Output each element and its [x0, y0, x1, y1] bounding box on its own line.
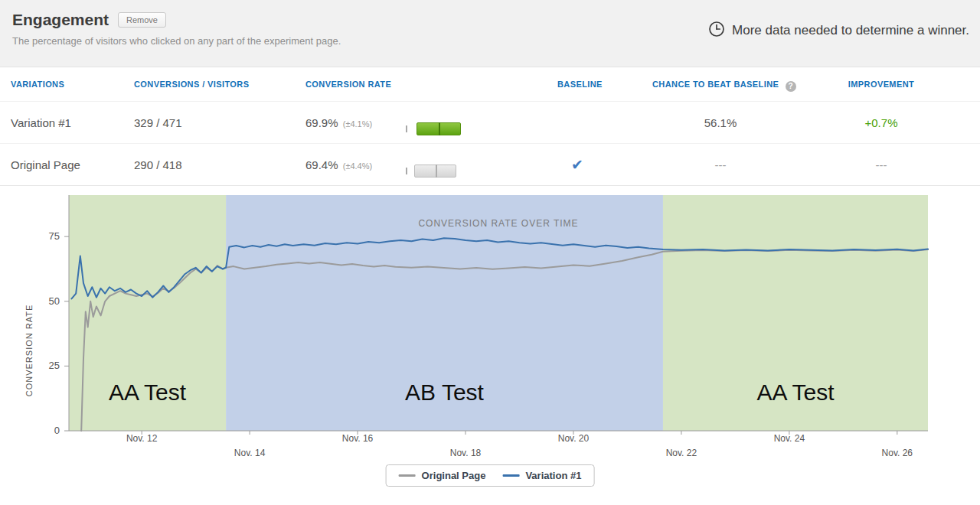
svg-text:AB Test: AB Test [405, 380, 484, 405]
original-page-line-swatch [399, 474, 416, 477]
variation-name: Original Page [11, 158, 80, 171]
column-header-chance-label: CHANCE TO BEAT BASELINE [652, 80, 779, 89]
baseline-check-icon: ✔ [571, 157, 583, 173]
rate-value: 69.9% [305, 116, 338, 129]
svg-text:Nov. 26: Nov. 26 [882, 448, 913, 458]
svg-text:75: 75 [49, 230, 60, 242]
svg-text:AA Test: AA Test [109, 380, 187, 405]
svg-text:Nov. 14: Nov. 14 [234, 448, 266, 458]
svg-text:Nov. 18: Nov. 18 [450, 448, 482, 458]
results-table: VARIATIONS CONVERSIONS / VISITORS CONVER… [0, 67, 980, 186]
svg-text:0: 0 [54, 425, 60, 436]
legend-label: Original Page [422, 470, 486, 481]
remove-button[interactable]: Remove [118, 12, 166, 28]
status-message: More data needed to determine a winner. [732, 23, 969, 38]
legend-item-original-page[interactable]: Original Page [399, 470, 486, 481]
variation-name: Variation #1 [11, 116, 71, 129]
chance-to-beat-value: --- [652, 158, 789, 171]
conversion-rate-chart: CONVERSION RATE OVER TIMEAA TestAB TestA… [0, 186, 980, 505]
svg-text:Nov. 12: Nov. 12 [126, 433, 158, 444]
improvement-value: --- [841, 158, 922, 171]
column-header-baseline: BASELINE [557, 80, 597, 89]
svg-text:CONVERSION RATE: CONVERSION RATE [24, 305, 34, 397]
svg-text:AA Test: AA Test [756, 380, 835, 405]
help-icon[interactable]: ? [786, 81, 796, 92]
column-header-variations: VARIATIONS [11, 80, 64, 89]
svg-text:Nov. 16: Nov. 16 [342, 433, 374, 444]
baseline-cell: ✔ [557, 156, 597, 174]
chance-to-beat-value: 56.1% [652, 116, 789, 129]
svg-text:CONVERSION RATE OVER TIME: CONVERSION RATE OVER TIME [418, 218, 578, 229]
column-header-chance: CHANCE TO BEAT BASELINE ? [652, 80, 796, 92]
column-header-improvement: IMPROVEMENT [841, 80, 922, 89]
table-row-original-page: Original Page 290 / 418 69.4% (±4.4%) ✔ … [0, 143, 980, 185]
conversion-rate: 69.9% (±4.1%) [305, 116, 372, 129]
svg-text:Nov. 22: Nov. 22 [666, 448, 697, 458]
conversion-chart-svg: CONVERSION RATE OVER TIMEAA TestAB TestA… [0, 186, 980, 505]
svg-text:50: 50 [49, 295, 60, 307]
rate-margin: (±4.1%) [343, 119, 372, 129]
legend-label: Variation #1 [525, 470, 581, 481]
table-row-variation-1: Variation #1 329 / 471 69.9% (±4.1%) 56.… [0, 101, 980, 143]
conversion-rate: 69.4% (±4.4%) [305, 158, 372, 171]
rate-margin: (±4.4%) [343, 161, 372, 171]
page-title: Engagement [12, 11, 109, 29]
svg-text:25: 25 [49, 360, 60, 371]
metric-header: Engagement Remove The percentage of visi… [0, 0, 980, 67]
improvement-value: +0.7% [841, 116, 922, 129]
svg-text:Nov. 20: Nov. 20 [558, 433, 590, 444]
table-header-row: VARIATIONS CONVERSIONS / VISITORS CONVER… [0, 67, 980, 101]
svg-text:Nov. 24: Nov. 24 [774, 433, 805, 444]
winner-status: More data needed to determine a winner. [708, 21, 969, 41]
column-header-rate: CONVERSION RATE [305, 80, 391, 89]
variation-1-line-swatch [502, 474, 519, 477]
legend-item-variation-1[interactable]: Variation #1 [502, 470, 581, 481]
conversions-visitors: 290 / 418 [134, 158, 182, 171]
rate-value: 69.4% [305, 158, 338, 171]
conversions-visitors: 329 / 471 [134, 116, 182, 129]
chart-legend: Original Page Variation #1 [386, 464, 595, 487]
clock-icon [708, 21, 725, 41]
column-header-conversions: CONVERSIONS / VISITORS [134, 80, 249, 89]
